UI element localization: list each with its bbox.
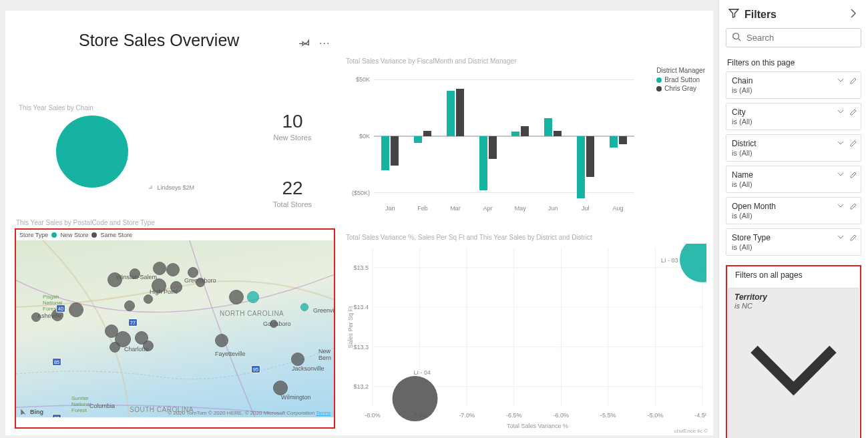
eraser-icon[interactable] xyxy=(849,202,857,212)
eraser-icon[interactable] xyxy=(849,170,857,180)
map-bubble[interactable] xyxy=(107,272,122,287)
svg-text:Apr: Apr xyxy=(483,205,493,212)
bar-segment[interactable] xyxy=(447,91,455,136)
chevron-down-icon[interactable] xyxy=(837,233,845,243)
svg-point-43 xyxy=(733,33,739,39)
bar-segment[interactable] xyxy=(489,136,497,159)
svg-text:-4.5%: -4.5% xyxy=(694,412,706,419)
bar-segment[interactable] xyxy=(479,136,487,190)
svg-text:-8.0%: -8.0% xyxy=(365,412,381,419)
eraser-icon[interactable] xyxy=(849,76,857,86)
filters-search-input[interactable] xyxy=(746,33,855,43)
filter-card[interactable]: Name is (All) xyxy=(726,166,861,193)
map-bubble[interactable] xyxy=(166,263,180,276)
svg-text:$13.5: $13.5 xyxy=(353,264,369,271)
bar-segment[interactable] xyxy=(521,126,529,136)
eraser-icon[interactable] xyxy=(849,107,857,118)
filter-value: is (All) xyxy=(732,180,855,188)
bar-chart[interactable]: Total Sales Variance by FiscalMonth and … xyxy=(346,57,706,218)
chevron-down-icon[interactable] xyxy=(837,139,845,149)
map-bubble[interactable] xyxy=(130,268,140,279)
kpi-total-stores[interactable]: 22 Total Stores xyxy=(259,178,326,208)
map-visual[interactable]: This Year Sales by PostalCode and Store … xyxy=(15,228,335,429)
highway-shield-icon: 95 xyxy=(251,365,260,373)
map-bubble[interactable] xyxy=(144,294,153,304)
bar-segment[interactable] xyxy=(577,136,585,198)
bar-segment[interactable] xyxy=(414,136,422,143)
map-bubble[interactable] xyxy=(143,341,154,351)
filter-card[interactable]: City is (All) xyxy=(726,103,861,130)
kpi-total-stores-value: 22 xyxy=(259,178,326,199)
bar-segment[interactable] xyxy=(619,136,627,144)
report-title: Store Sales Overview xyxy=(79,31,239,50)
map-city-label: NORTH CAROLINA xyxy=(220,310,284,317)
map-bubble[interactable] xyxy=(110,342,120,353)
svg-text:May: May xyxy=(515,205,527,212)
bar-segment[interactable] xyxy=(610,136,618,148)
filter-card[interactable]: Chain is (All) xyxy=(726,71,861,99)
svg-text:-5.5%: -5.5% xyxy=(600,412,616,419)
map-bubble[interactable] xyxy=(229,290,244,304)
map-city-label: Greenville xyxy=(313,307,334,314)
map-terms-link[interactable]: Terms xyxy=(316,410,331,416)
map-bubble[interactable] xyxy=(273,381,288,395)
map-bubble[interactable] xyxy=(270,320,278,328)
kpi-new-stores[interactable]: 10 New Stores xyxy=(259,111,326,142)
map-canvas[interactable]: Bing © 2020 TomTom © 2020 HERE, © 2020 M… xyxy=(16,240,334,417)
map-bubble[interactable] xyxy=(31,312,41,322)
scatter-bubble[interactable] xyxy=(393,376,438,421)
chevron-down-icon[interactable] xyxy=(734,421,853,430)
filter-value: is (All) xyxy=(732,86,855,94)
map-city-label: Sumter National Forest xyxy=(71,395,105,413)
donut-chart[interactable] xyxy=(52,114,212,208)
map-bubble[interactable] xyxy=(69,302,83,317)
bar-segment[interactable] xyxy=(391,136,399,166)
svg-text:-6.0%: -6.0% xyxy=(554,412,570,419)
eraser-icon[interactable] xyxy=(849,139,857,149)
filter-value: is (All) xyxy=(732,118,855,126)
svg-text:Jan: Jan xyxy=(385,205,395,212)
bar-segment[interactable] xyxy=(544,118,552,136)
pin-icon[interactable] xyxy=(299,37,310,50)
map-bubble[interactable] xyxy=(124,300,135,311)
bar-chart-title: Total Sales Variance by FiscalMonth and … xyxy=(346,57,706,65)
bar-segment[interactable] xyxy=(511,132,519,136)
bar-segment[interactable] xyxy=(381,136,389,170)
filters-header: Filters xyxy=(744,9,777,21)
map-bubble[interactable] xyxy=(170,281,182,293)
scatter-chart[interactable]: Total Sales Variance %, Sales Per Sq Ft … xyxy=(346,234,706,431)
map-city-label: SOUTH CAROLINA xyxy=(130,406,194,413)
highway-shield-icon: 20 xyxy=(52,414,61,417)
filter-card[interactable]: Store Type is (All) xyxy=(726,228,861,256)
chevron-right-icon[interactable] xyxy=(848,8,859,21)
map-bubble[interactable] xyxy=(188,267,198,278)
credits: obviEnce llc © xyxy=(674,428,708,434)
map-bubble[interactable] xyxy=(291,353,304,366)
chevron-down-icon[interactable] xyxy=(837,202,845,212)
chevron-down-icon[interactable] xyxy=(837,76,845,86)
kpi-new-stores-value: 10 xyxy=(259,111,326,132)
svg-text:($50K): ($50K) xyxy=(352,190,370,196)
map-bubble[interactable] xyxy=(196,278,205,287)
bar-segment[interactable] xyxy=(586,136,594,177)
bar-segment[interactable] xyxy=(554,131,562,136)
filters-search[interactable] xyxy=(726,28,861,47)
map-bubble[interactable] xyxy=(300,303,308,311)
filter-card[interactable]: District is (All) xyxy=(726,134,861,162)
filter-card-territory[interactable]: Territory is NC xyxy=(728,288,859,438)
map-bubble[interactable] xyxy=(247,291,259,303)
bar-segment[interactable] xyxy=(456,89,464,136)
chevron-down-icon[interactable] xyxy=(837,170,845,180)
map-legend: Store Type New Store Same Store xyxy=(16,230,334,240)
chevron-down-icon[interactable] xyxy=(837,107,845,118)
scatter-bubble[interactable] xyxy=(680,244,706,282)
filters-all-pages-section-title: Filters on all pages xyxy=(727,270,860,284)
eraser-icon[interactable] xyxy=(849,233,857,243)
bar-segment[interactable] xyxy=(423,131,431,136)
more-options-icon[interactable]: ··· xyxy=(319,37,330,50)
map-bubble[interactable] xyxy=(215,334,228,347)
map-bubble[interactable] xyxy=(153,262,166,275)
filters-page-section-title: Filters on this page xyxy=(719,54,868,71)
map-bubble[interactable] xyxy=(152,278,166,293)
filter-card[interactable]: Open Month is (All) xyxy=(726,197,861,224)
